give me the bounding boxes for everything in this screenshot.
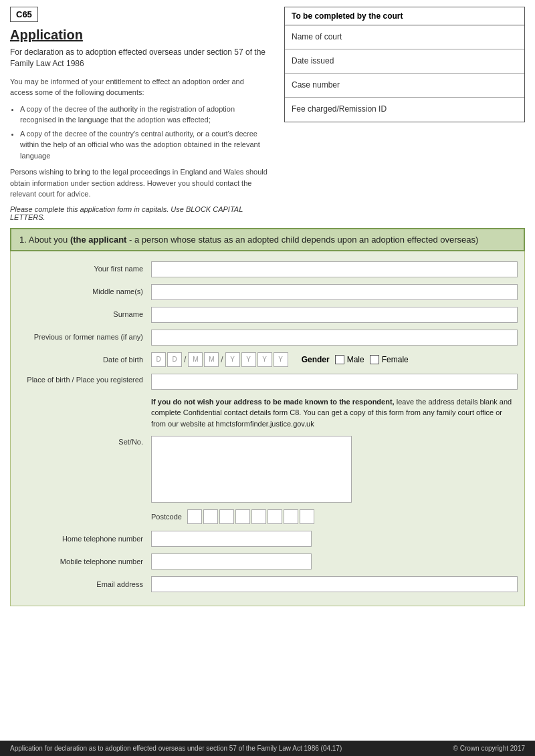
gender-male-checkbox[interactable] bbox=[335, 355, 344, 364]
court-name-row: Name of court bbox=[285, 25, 524, 49]
bullet-item: A copy of the decree of the authority in… bbox=[20, 104, 268, 126]
surname-input[interactable] bbox=[151, 307, 518, 323]
place-of-birth-row: Place of birth / Place you registered bbox=[17, 374, 518, 390]
address-warning: If you do not wish your address to be ma… bbox=[151, 396, 518, 430]
email-input[interactable] bbox=[151, 576, 518, 592]
bullet-list: A copy of the decree of the authority in… bbox=[20, 104, 268, 162]
bullet-item: A copy of the decree of the country's ce… bbox=[20, 128, 268, 162]
street-textarea[interactable] bbox=[151, 436, 352, 503]
date-issued-row: Date issued bbox=[285, 49, 524, 74]
right-header: To be completed by the court Name of cou… bbox=[284, 7, 525, 221]
previous-names-input[interactable] bbox=[151, 330, 518, 346]
left-header: C65 Application For declaration as to ad… bbox=[10, 7, 274, 221]
gender-label: Gender bbox=[302, 355, 330, 364]
caps-warning: Please complete this application form in… bbox=[10, 205, 268, 221]
middle-name-row: Middle name(s) bbox=[17, 284, 518, 300]
postcode-box-8[interactable] bbox=[300, 509, 314, 524]
postcode-label: Postcode bbox=[151, 513, 182, 521]
dob-d2: D bbox=[167, 352, 182, 367]
intro-text: You may be informed of your entitlement … bbox=[10, 76, 268, 98]
dob-m2: M bbox=[204, 352, 219, 367]
mobile-phone-label: Mobile telephone number bbox=[17, 557, 151, 565]
home-phone-row: Home telephone number bbox=[17, 531, 518, 547]
email-row: Email address bbox=[17, 576, 518, 592]
surname-row: Surname bbox=[17, 307, 518, 323]
street-label: Set/No. bbox=[17, 436, 151, 446]
dob-sep1: / bbox=[183, 355, 187, 364]
place-of-birth-input[interactable] bbox=[151, 374, 518, 390]
mobile-phone-row: Mobile telephone number bbox=[17, 553, 518, 570]
section1-bold: (the applicant bbox=[70, 235, 127, 245]
footer-right: © Crown copyright 2017 bbox=[453, 745, 525, 752]
first-forename-row: Your first name bbox=[17, 261, 518, 277]
page-wrapper: C65 Application For declaration as to ad… bbox=[0, 0, 535, 756]
dob-d1: D bbox=[151, 352, 166, 367]
postcode-box-5[interactable] bbox=[251, 509, 266, 524]
postcode-box-6[interactable] bbox=[268, 509, 282, 524]
first-forename-label: Your first name bbox=[17, 264, 151, 273]
gender-female-checkbox[interactable] bbox=[370, 355, 379, 364]
email-label: Email address bbox=[17, 580, 151, 588]
middle-name-label: Middle name(s) bbox=[17, 287, 151, 296]
footer-left: Application for declaration as to adopti… bbox=[10, 745, 342, 752]
place-of-birth-label: Place of birth / Place you registered bbox=[17, 374, 151, 384]
note-text: Persons wishing to bring to the legal pr… bbox=[10, 166, 268, 200]
dob-field: D D / M M / Y Y Y Y bbox=[151, 352, 288, 367]
postcode-box-1[interactable] bbox=[187, 509, 202, 524]
gender-female-text: Female bbox=[382, 355, 409, 364]
dob-y4: Y bbox=[274, 352, 288, 367]
gender-male-label[interactable]: Male bbox=[335, 355, 364, 364]
fee-charged-row: Fee charged/Remission ID bbox=[285, 98, 524, 122]
header-section: C65 Application For declaration as to ad… bbox=[0, 0, 535, 225]
dob-label: Date of birth bbox=[17, 356, 151, 364]
dob-y3: Y bbox=[257, 352, 272, 367]
home-phone-input[interactable] bbox=[151, 531, 312, 547]
form-badge: C65 bbox=[10, 7, 38, 22]
postcode-box-7[interactable] bbox=[284, 509, 298, 524]
previous-names-label: Previous or former names (if any) bbox=[17, 332, 151, 342]
section1-header: 1. About you (the applicant - a person w… bbox=[10, 228, 525, 251]
case-number-row: Case number bbox=[285, 74, 524, 98]
court-box: To be completed by the court Name of cou… bbox=[284, 7, 525, 122]
dob-row: Date of birth D D / M M / Y Y Y Y Gender… bbox=[17, 352, 518, 367]
previous-names-row: Previous or former names (if any) bbox=[17, 330, 518, 346]
surname-label: Surname bbox=[17, 309, 151, 319]
postcode-box-2[interactable] bbox=[203, 509, 218, 524]
gender-section: Gender Male Female bbox=[302, 355, 409, 364]
middle-name-input[interactable] bbox=[151, 284, 518, 300]
section1-number: 1. About you bbox=[19, 235, 68, 245]
dob-y1: Y bbox=[225, 352, 240, 367]
court-box-header: To be completed by the court bbox=[285, 7, 524, 25]
first-forename-input[interactable] bbox=[151, 261, 518, 277]
gender-male-text: Male bbox=[347, 355, 364, 364]
form-title: Application bbox=[10, 27, 268, 43]
form-fields-section: Your first name Middle name(s) Surname P… bbox=[10, 251, 525, 607]
address-warning-strong: If you do not wish your address to be ma… bbox=[151, 398, 395, 406]
home-phone-label: Home telephone number bbox=[17, 535, 151, 543]
postcode-section: Postcode bbox=[151, 509, 518, 524]
street-row: Set/No. bbox=[17, 436, 518, 503]
mobile-phone-input[interactable] bbox=[151, 553, 312, 570]
postcode-box-3[interactable] bbox=[219, 509, 234, 524]
gender-female-label[interactable]: Female bbox=[370, 355, 409, 364]
page-footer: Application for declaration as to adopti… bbox=[0, 741, 535, 756]
dob-m1: M bbox=[188, 352, 203, 367]
dob-sep2: / bbox=[220, 355, 223, 364]
form-subtitle: For declaration as to adoption effected … bbox=[10, 47, 268, 70]
postcode-boxes bbox=[187, 509, 314, 524]
postcode-box-4[interactable] bbox=[235, 509, 250, 524]
section1-rest: - a person whose status as an adopted ch… bbox=[129, 235, 478, 245]
dob-y2: Y bbox=[241, 352, 256, 367]
